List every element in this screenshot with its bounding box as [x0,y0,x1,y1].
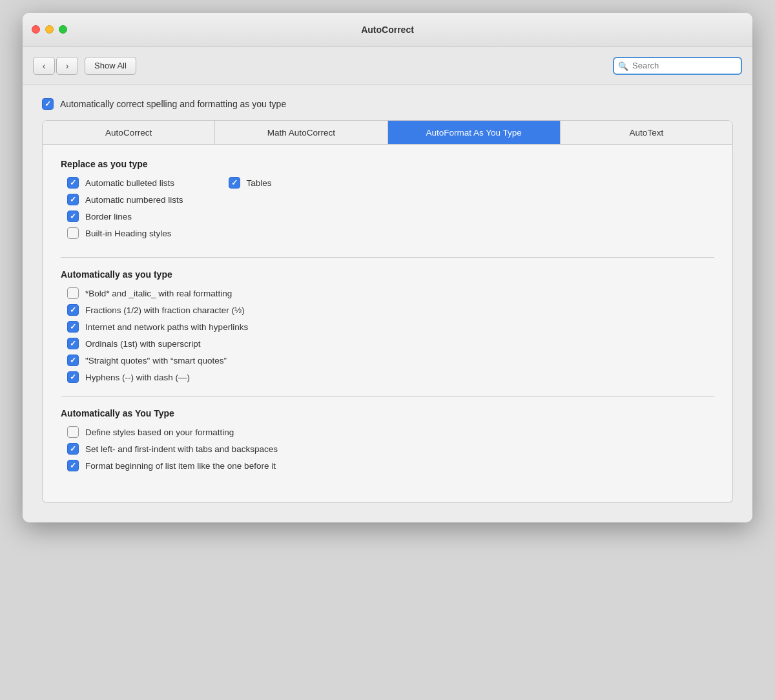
list-item: "Straight quotes" with “smart quotes” [61,355,714,366]
left-indent-label: Set left- and first-indent with tabs and… [85,444,278,454]
bulleted-lists-label: Automatic bulleted lists [85,178,174,188]
list-item: Automatic bulleted lists [61,177,183,189]
section-auto2-title: Automatically as You Type [61,408,714,418]
list-item: Built-in Heading styles [61,227,183,239]
left-indent-checkbox[interactable] [67,443,79,455]
bold-italic-label: *Bold* and _italic_ with real formatting [85,289,232,298]
global-option-checkbox[interactable] [42,98,54,110]
numbered-lists-checkbox[interactable] [67,194,79,205]
section-divider-1 [61,257,714,258]
back-button[interactable]: ‹ [33,57,55,75]
ordinals-checkbox[interactable] [67,338,79,349]
list-item: Hyphens (--) with dash (—) [61,371,714,383]
search-icon: 🔍 [618,61,628,70]
titlebar: AutoCorrect [23,13,752,46]
tab-math-autocorrect[interactable]: Math AutoCorrect [215,121,388,144]
close-button[interactable] [32,25,40,34]
heading-styles-checkbox[interactable] [67,227,79,239]
hyperlinks-checkbox[interactable] [67,321,79,333]
tab-autotext[interactable]: AutoText [561,121,732,144]
section-divider-2 [61,396,714,396]
search-input[interactable] [613,57,742,75]
format-list-checkbox[interactable] [67,460,79,471]
list-item: Define styles based on your formatting [61,426,714,438]
maximize-button[interactable] [59,25,67,34]
list-item: Fractions (1/2) with fraction character … [61,304,714,316]
section-automatically-as-you-type-2: Automatically as You Type Define styles … [61,408,714,471]
window: AutoCorrect ‹ › Show All 🔍 Automatically… [23,13,752,522]
forward-button[interactable]: › [56,57,78,75]
traffic-lights [32,25,67,34]
list-item: Internet and network paths with hyperlin… [61,321,714,333]
search-box: 🔍 [613,57,742,75]
list-item: Set left- and first-indent with tabs and… [61,443,714,455]
border-lines-label: Border lines [85,212,132,221]
smart-quotes-label: "Straight quotes" with “smart quotes” [85,356,227,365]
window-title: AutoCorrect [361,25,414,35]
smart-quotes-checkbox[interactable] [67,355,79,366]
content-area: Automatically correct spelling and forma… [23,85,752,522]
list-item: Format beginning of list item like the o… [61,460,714,471]
section-automatically-as-you-type: Automatically as you type *Bold* and _it… [61,269,714,383]
nav-buttons: ‹ › [33,57,78,75]
tables-label: Tables [247,178,272,188]
replace-options-columns: Automatic bulleted lists Automatic numbe… [61,177,714,244]
section-replace-title: Replace as you type [61,159,714,169]
define-styles-label: Define styles based on your formatting [85,427,234,437]
list-item: Ordinals (1st) with superscript [61,338,714,349]
replace-options-left: Automatic bulleted lists Automatic numbe… [61,177,183,244]
define-styles-checkbox[interactable] [67,426,79,438]
tables-checkbox[interactable] [229,177,240,189]
bold-italic-checkbox[interactable] [67,287,79,299]
numbered-lists-label: Automatic numbered lists [85,195,183,205]
hyphens-checkbox[interactable] [67,371,79,383]
ordinals-label: Ordinals (1st) with superscript [85,339,201,349]
panel: Replace as you type Automatic bulleted l… [42,145,733,503]
fractions-checkbox[interactable] [67,304,79,316]
border-lines-checkbox[interactable] [67,211,79,222]
tabs-container: AutoCorrect Math AutoCorrect AutoFormat … [42,120,733,145]
global-option-row: Automatically correct spelling and forma… [42,98,733,110]
list-item: *Bold* and _italic_ with real formatting [61,287,714,299]
heading-styles-label: Built-in Heading styles [85,229,172,238]
list-item: Tables [222,177,272,189]
section-replace-as-you-type: Replace as you type Automatic bulleted l… [61,159,714,244]
tab-autocorrect[interactable]: AutoCorrect [43,121,215,144]
minimize-button[interactable] [45,25,54,34]
bulleted-lists-checkbox[interactable] [67,177,79,189]
tab-autoformat-as-you-type[interactable]: AutoFormat As You Type [388,121,561,144]
show-all-button[interactable]: Show All [85,57,136,75]
replace-options-right: Tables [222,177,272,244]
hyphens-label: Hyphens (--) with dash (—) [85,373,190,382]
fractions-label: Fractions (1/2) with fraction character … [85,305,245,315]
section-auto-title: Automatically as you type [61,269,714,280]
list-item: Border lines [61,211,183,222]
format-list-label: Format beginning of list item like the o… [85,461,276,471]
toolbar: ‹ › Show All 🔍 [23,46,752,85]
global-option-label: Automatically correct spelling and forma… [60,99,286,109]
hyperlinks-label: Internet and network paths with hyperlin… [85,322,248,332]
list-item: Automatic numbered lists [61,194,183,205]
